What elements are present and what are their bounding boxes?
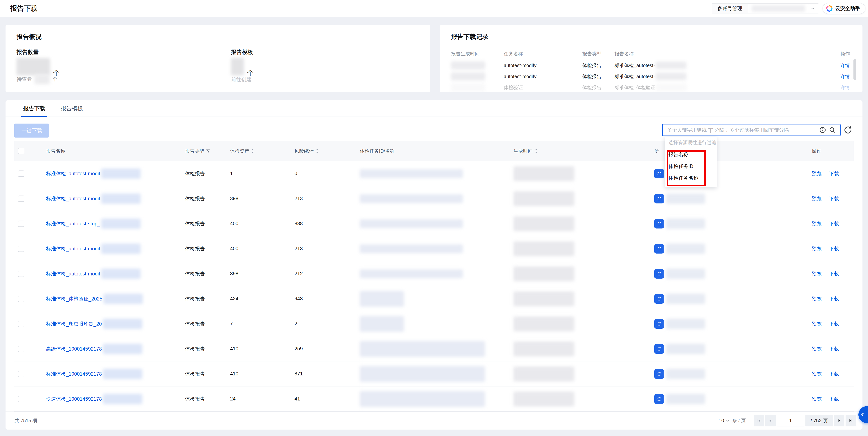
page-size-select[interactable]: 10 <box>718 418 730 424</box>
account-select[interactable] <box>748 4 819 13</box>
download-all-button[interactable]: 一键下载 <box>14 123 49 138</box>
redacted-project <box>666 394 705 404</box>
redacted-template-count <box>231 58 244 75</box>
preview-link[interactable]: 预览 <box>812 221 822 227</box>
tab-report-template[interactable]: 报告模板 <box>61 105 83 117</box>
download-link[interactable]: 下载 <box>829 195 839 202</box>
risk-cell: 213 <box>290 196 356 201</box>
row-checkbox[interactable] <box>18 271 24 277</box>
row-checkbox[interactable] <box>18 346 24 352</box>
row-checkbox[interactable] <box>18 371 24 377</box>
dropdown-option[interactable]: 体检任务ID <box>665 161 717 172</box>
cloud-assistant-button[interactable]: 云安全助手 <box>823 3 865 14</box>
prev-page-button[interactable] <box>765 415 776 427</box>
download-link[interactable]: 下载 <box>829 371 839 377</box>
multi-account-button[interactable]: 多账号管理 <box>712 4 748 13</box>
report-name-link[interactable]: 标准体检_100014592178 <box>46 371 102 377</box>
cloud-icon <box>654 169 664 178</box>
row-checkbox[interactable] <box>18 321 24 327</box>
preview-link[interactable]: 预览 <box>812 270 822 277</box>
record-report-type: 体检报告 <box>582 84 615 91</box>
row-checkbox[interactable] <box>18 196 24 202</box>
redacted-name-suffix <box>103 394 142 404</box>
first-page-button[interactable] <box>754 415 764 427</box>
report-name-link[interactable]: 标准体检_autotest-modif <box>46 195 100 202</box>
download-link[interactable]: 下载 <box>829 245 839 252</box>
preview-link[interactable]: 预览 <box>812 371 822 377</box>
search-icon[interactable] <box>829 126 836 134</box>
preview-link[interactable]: 预览 <box>812 346 822 352</box>
sort-icon[interactable] <box>251 148 254 153</box>
risk-cell: 212 <box>290 271 356 277</box>
report-name-link[interactable]: 标准体检_autotest-stop_ <box>46 221 100 227</box>
next-page-button[interactable] <box>834 415 844 427</box>
redacted-gen-time <box>451 72 485 81</box>
sort-icon[interactable] <box>534 148 538 153</box>
assets-cell: 24 <box>226 396 290 402</box>
search-input[interactable] <box>662 124 841 136</box>
preview-link[interactable]: 预览 <box>812 396 822 402</box>
download-link[interactable]: 下载 <box>829 346 839 352</box>
record-report-type: 体检报告 <box>582 62 615 69</box>
redacted-gen-time <box>451 61 485 69</box>
tabs: 报告下载 报告模板 <box>23 105 83 117</box>
page-input-wrap <box>777 415 804 427</box>
assets-cell: 424 <box>226 296 290 301</box>
report-name-link[interactable]: 标准体检_爬虫眼珍贵_20 <box>46 321 102 327</box>
row-checkbox[interactable] <box>18 221 24 227</box>
row-checkbox[interactable] <box>18 245 24 252</box>
record-scrollbar[interactable] <box>854 59 856 80</box>
row-checkbox[interactable] <box>18 296 24 302</box>
redacted-name-suffix <box>101 243 141 254</box>
page-number-input[interactable] <box>777 418 804 424</box>
detail-link[interactable]: 详情 <box>840 85 850 90</box>
table-row: 标准体检_autotest-stop_ 体检报告 400 888 预览 下载 <box>14 211 854 236</box>
download-link[interactable]: 下载 <box>829 270 839 277</box>
preview-link[interactable]: 预览 <box>812 195 822 202</box>
pagination-controls: 10 条 / 页 / 752 页 <box>718 415 856 427</box>
risk-cell: 948 <box>290 296 356 301</box>
download-link[interactable]: 下载 <box>829 396 839 402</box>
redacted-gen-time <box>514 342 574 356</box>
download-link[interactable]: 下载 <box>829 170 839 177</box>
report-name-link[interactable]: 高级体检_100014592178 <box>46 346 102 352</box>
table-body: 标准体检_autotest-modif 体检报告 1 0 预览 下载 标准体检_… <box>14 161 854 411</box>
assistant-label: 云安全助手 <box>835 5 860 12</box>
record-row: autotest-modify 体检报告 标准体检_autotest- 详情 <box>451 71 851 82</box>
redacted-task-id <box>360 194 463 203</box>
report-name-link[interactable]: 标准体检_autotest-modif <box>46 245 100 252</box>
preview-link[interactable]: 预览 <box>812 245 822 252</box>
report-name-link[interactable]: 标准体检_体检验证_2025 <box>46 295 102 302</box>
sort-icon[interactable] <box>315 148 319 153</box>
download-link[interactable]: 下载 <box>829 221 839 227</box>
last-page-button[interactable] <box>845 415 856 427</box>
redacted-name-suffix <box>101 269 141 279</box>
select-all-checkbox[interactable] <box>18 148 24 154</box>
filter-icon[interactable] <box>206 149 210 153</box>
dropdown-option[interactable]: 体检任务名称 <box>665 172 717 184</box>
redacted-pending-count <box>35 74 50 84</box>
overview-title: 报告概况 <box>17 33 41 41</box>
next-page-icon <box>837 418 842 423</box>
dropdown-option[interactable]: 报告名称 <box>665 149 717 161</box>
download-link[interactable]: 下载 <box>829 295 839 302</box>
go-create-link[interactable]: 前往创建 <box>231 76 252 83</box>
cloud-icon <box>654 394 664 404</box>
report-name-link[interactable]: 快速体检_100014592178 <box>46 396 102 402</box>
report-type-cell: 体检报告 <box>181 295 226 302</box>
row-checkbox[interactable] <box>18 171 24 177</box>
redacted-project <box>666 219 705 229</box>
detail-link[interactable]: 详情 <box>840 74 850 79</box>
preview-link[interactable]: 预览 <box>812 170 822 177</box>
refresh-icon[interactable] <box>843 125 852 135</box>
download-link[interactable]: 下载 <box>829 321 839 327</box>
preview-link[interactable]: 预览 <box>812 321 822 327</box>
detail-link[interactable]: 详情 <box>840 63 850 68</box>
report-name-link[interactable]: 标准体检_autotest-modif <box>46 170 100 177</box>
row-checkbox[interactable] <box>18 396 24 402</box>
tab-report-download[interactable]: 报告下载 <box>23 105 45 117</box>
preview-link[interactable]: 预览 <box>812 295 822 302</box>
info-icon[interactable] <box>819 126 826 134</box>
report-name-link[interactable]: 标准体检_autotest-modif <box>46 270 100 277</box>
record-col-time: 报告生成时间 <box>451 51 504 57</box>
